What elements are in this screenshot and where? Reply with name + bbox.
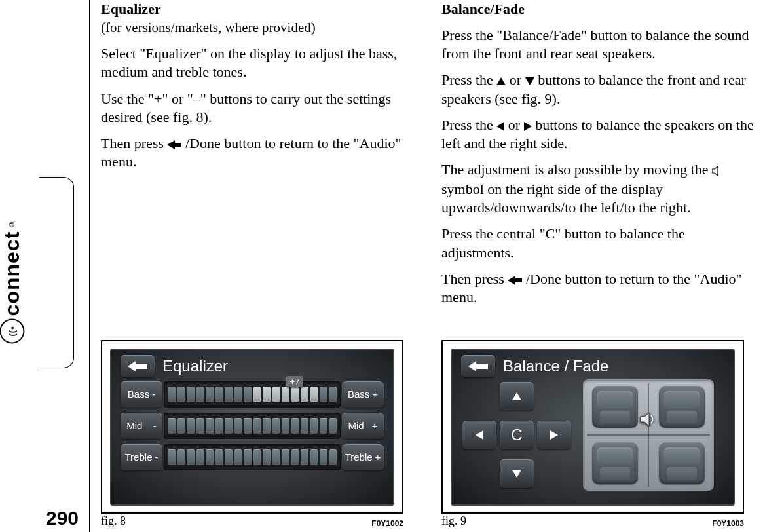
subheading-equalizer: (for versions/markets, where provided) [101, 20, 316, 35]
seat-front-right [659, 386, 705, 428]
back-button[interactable] [121, 355, 155, 377]
svg-marker-2 [468, 361, 488, 371]
bf-p3: Press the or buttons to balance the spea… [441, 116, 760, 153]
equalizer-screen: Equalizer +7 Bass- [110, 349, 394, 506]
page: ((• connect® 290 Equalizer (for versions… [0, 0, 765, 532]
content-area: Equalizer (for versions/markets, where p… [89, 0, 765, 532]
up-triangle-icon [512, 392, 521, 400]
treble-slider[interactable] [164, 444, 341, 470]
right-triangle-icon [550, 430, 558, 440]
svg-marker-3 [641, 413, 649, 426]
up-triangle-icon [496, 77, 506, 85]
down-triangle-icon [525, 77, 534, 85]
left-triangle-icon [496, 122, 504, 131]
balance-fade-screen: Balance / Fade C [451, 349, 735, 506]
uconnect-icon: ((• [0, 318, 25, 343]
svg-marker-1 [712, 166, 718, 176]
bf-p6: Then press /Done button to return to the… [441, 270, 760, 307]
page-number: 290 [46, 508, 79, 528]
back-arrow-icon [167, 140, 181, 149]
treble-minus-button[interactable]: Treble- [121, 444, 162, 470]
back-arrow-icon [508, 276, 522, 285]
fig9-caption: fig. 9 [441, 514, 466, 528]
bf-p5: Press the central "C" button to balance … [441, 225, 760, 261]
heading-balance-fade: Balance/Fade [441, 0, 760, 18]
eq-p3: Then press /Done button to return to the… [101, 134, 419, 171]
brand-name: connect [0, 231, 24, 316]
balance-left-button[interactable] [462, 421, 496, 449]
back-button[interactable] [461, 355, 495, 377]
seat-rear-right [659, 442, 705, 484]
screen-title: Equalizer [162, 357, 228, 375]
bf-p2: Press the or buttons to balance the fron… [441, 71, 760, 107]
arrow-left-icon [468, 361, 488, 371]
screen-title: Balance / Fade [503, 357, 608, 375]
eq-value-indicator: +7 [286, 376, 304, 387]
bass-plus-button[interactable]: Bass+ [342, 381, 384, 408]
svg-marker-0 [128, 361, 147, 371]
seat-rear-left [592, 442, 638, 484]
speaker-icon [712, 162, 722, 180]
eq-p1: Select "Equalizer" on the display to adj… [101, 45, 419, 81]
bass-slider[interactable] [164, 381, 341, 408]
arrow-left-icon [128, 361, 147, 371]
dpad: C [461, 379, 572, 491]
left-triangle-icon [476, 430, 483, 440]
mid-plus-button[interactable]: Mid + [342, 413, 384, 439]
registered-mark: ® [9, 221, 16, 227]
fig8-caption: fig. 8 [101, 514, 126, 528]
figure-8: Equalizer +7 Bass- [101, 340, 403, 532]
right-column: Balance/Fade Press the "Balance/Fade" bu… [441, 0, 760, 532]
uconnect-logo: ((• connect® [0, 221, 25, 344]
center-button[interactable]: C [500, 421, 534, 449]
fig9-code: F0Y1003 [712, 519, 744, 528]
fade-up-button[interactable] [500, 382, 534, 411]
heading-equalizer: Equalizer [101, 1, 161, 17]
mid-minus-button[interactable]: Mid - [121, 413, 162, 439]
figure-9: Balance / Fade C [441, 340, 744, 532]
bf-p4: The adjustment is also possible by movin… [441, 161, 760, 217]
right-triangle-icon [524, 122, 532, 131]
fig8-code: F0Y1002 [371, 519, 403, 528]
mid-slider[interactable] [164, 413, 341, 439]
speaker-cursor-icon[interactable] [638, 409, 659, 430]
left-column: Equalizer (for versions/markets, where p… [101, 0, 419, 532]
bass-minus-button[interactable]: Bass- [121, 381, 162, 408]
side-margin: ((• connect® 290 [0, 0, 82, 532]
down-triangle-icon [512, 470, 521, 478]
balance-right-button[interactable] [537, 421, 571, 449]
fade-down-button[interactable] [500, 459, 534, 488]
seat-front-left [592, 386, 638, 428]
eq-p2: Use the "+" or "–" buttons to carry out … [101, 90, 419, 126]
bf-p1: Press the "Balance/Fade" button to balan… [441, 26, 760, 63]
seat-diagram[interactable] [583, 379, 714, 491]
treble-plus-button[interactable]: Treble+ [342, 444, 384, 470]
side-tab: ((• connect® [39, 177, 74, 368]
